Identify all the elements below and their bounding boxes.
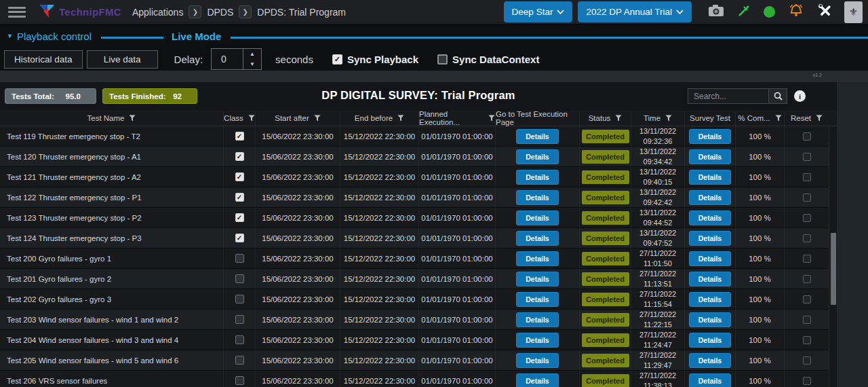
survey-details-button[interactable]: Details [689, 353, 731, 368]
breadcrumb-dpds[interactable]: DPDS [207, 7, 233, 18]
reset-checkbox[interactable] [803, 132, 811, 141]
sync-playback-checkbox[interactable]: ✓ [332, 54, 342, 64]
survey-details-button[interactable]: Details [689, 190, 731, 205]
playback-control-title[interactable]: Playback control [17, 31, 92, 42]
user-crest-avatar[interactable]: ⚜ [844, 1, 863, 23]
class-checkbox[interactable]: ✓ [235, 132, 244, 141]
survey-details-button[interactable]: Details [689, 292, 731, 307]
class-checkbox[interactable]: ✓ [235, 193, 244, 202]
alarm-bell-icon[interactable] [788, 3, 804, 21]
live-data-button[interactable]: Live data [87, 50, 158, 69]
tools-icon[interactable] [817, 3, 833, 21]
column-header[interactable]: Time [631, 111, 685, 126]
filter-icon[interactable] [129, 115, 136, 122]
reset-checkbox[interactable] [803, 173, 811, 181]
column-header[interactable]: Class [224, 111, 256, 126]
trial-dropdown[interactable]: 2022 DP Annual Trial [578, 1, 692, 22]
sync-datacontext-checkbox-group[interactable]: Sync DataContext [437, 54, 539, 65]
filter-icon[interactable] [488, 115, 495, 122]
reset-checkbox[interactable] [803, 356, 811, 365]
column-header[interactable]: Planned Execution... [419, 111, 496, 126]
execution-details-button[interactable]: Details [516, 210, 558, 225]
survey-details-button[interactable]: Details [689, 373, 731, 387]
menu-icon[interactable] [8, 5, 26, 19]
historical-data-button[interactable]: Historical data [4, 50, 83, 69]
filter-icon[interactable] [775, 115, 782, 122]
reset-checkbox[interactable] [803, 377, 811, 385]
class-checkbox[interactable] [235, 254, 244, 263]
execution-details-button[interactable]: Details [516, 373, 558, 387]
survey-details-button[interactable]: Details [689, 231, 731, 246]
sync-playback-checkbox-group[interactable]: ✓ Sync Playback [332, 54, 418, 65]
reset-checkbox[interactable] [803, 295, 811, 303]
filter-icon[interactable] [314, 115, 321, 122]
search-button[interactable] [769, 88, 787, 104]
connection-status-icon[interactable] [737, 4, 751, 20]
survey-details-button[interactable]: Details [689, 149, 731, 164]
execution-details-button[interactable]: Details [516, 251, 558, 266]
survey-details-button[interactable]: Details [689, 210, 731, 225]
class-checkbox[interactable] [235, 295, 244, 303]
column-header[interactable]: End before [340, 111, 419, 126]
execution-details-button[interactable]: Details [516, 353, 558, 368]
execution-details-button[interactable]: Details [516, 149, 558, 164]
percent-complete: 100 % [736, 371, 785, 387]
survey-details-button[interactable]: Details [689, 251, 731, 266]
delay-stepper[interactable]: ▲ ▼ [211, 48, 262, 70]
filter-icon[interactable] [248, 115, 255, 122]
column-header[interactable]: Go to Test Execution Page [496, 111, 580, 126]
delay-input[interactable] [212, 49, 243, 69]
reset-checkbox[interactable] [803, 234, 811, 242]
filter-icon[interactable] [615, 115, 622, 122]
column-header[interactable]: % Com... [736, 111, 785, 126]
vessel-dropdown[interactable]: Deep Star [504, 1, 573, 22]
breadcrumb-applications[interactable]: Applications [132, 7, 184, 18]
class-checkbox[interactable]: ✓ [235, 234, 244, 242]
execution-details-button[interactable]: Details [516, 272, 558, 287]
class-checkbox[interactable] [235, 356, 244, 365]
search-input[interactable] [688, 88, 769, 104]
scrollbar-thumb[interactable] [831, 233, 836, 305]
execution-details-button[interactable]: Details [516, 190, 558, 205]
class-checkbox[interactable] [235, 274, 244, 283]
info-icon[interactable]: i [794, 90, 806, 102]
column-header[interactable]: Start after [256, 111, 340, 126]
class-checkbox[interactable] [235, 376, 244, 385]
camera-icon[interactable] [708, 4, 724, 20]
reset-checkbox[interactable] [803, 214, 811, 222]
execution-details-button[interactable]: Details [516, 129, 558, 144]
column-header[interactable]: Status [580, 111, 631, 126]
reset-checkbox[interactable] [803, 316, 811, 324]
column-header[interactable]: Reset [785, 111, 829, 126]
survey-details-button[interactable]: Details [689, 333, 731, 348]
execution-details-button[interactable]: Details [516, 333, 558, 348]
survey-details-button[interactable]: Details [689, 272, 731, 287]
class-checkbox[interactable]: ✓ [235, 152, 244, 161]
class-checkbox[interactable] [235, 335, 244, 344]
execution-details-button[interactable]: Details [516, 170, 558, 185]
reset-checkbox[interactable] [803, 336, 811, 344]
reset-checkbox[interactable] [803, 153, 811, 161]
class-checkbox[interactable]: ✓ [235, 172, 244, 181]
stepper-down-icon[interactable]: ▼ [243, 59, 261, 69]
execution-details-button[interactable]: Details [516, 312, 558, 327]
reset-checkbox[interactable] [803, 275, 811, 283]
survey-details-button[interactable]: Details [689, 129, 731, 144]
filter-icon[interactable] [397, 115, 404, 122]
survey-details-button[interactable]: Details [689, 170, 731, 185]
execution-details-button[interactable]: Details [516, 231, 558, 246]
reset-checkbox[interactable] [803, 255, 811, 263]
column-header[interactable]: Survey Test [685, 111, 736, 126]
filter-icon[interactable] [665, 115, 672, 122]
survey-details-button[interactable]: Details [689, 312, 731, 327]
sync-datacontext-checkbox[interactable] [437, 54, 448, 64]
column-header[interactable]: Test Name [0, 111, 224, 126]
filter-icon[interactable] [816, 115, 823, 122]
reset-checkbox[interactable] [803, 194, 811, 202]
class-checkbox[interactable]: ✓ [235, 213, 244, 222]
class-checkbox[interactable] [235, 315, 244, 324]
execution-details-button[interactable]: Details [516, 292, 558, 307]
vertical-scrollbar[interactable] [829, 126, 837, 387]
stepper-up-icon[interactable]: ▲ [243, 49, 261, 59]
collapse-caret-icon[interactable]: ▼ [7, 33, 13, 39]
